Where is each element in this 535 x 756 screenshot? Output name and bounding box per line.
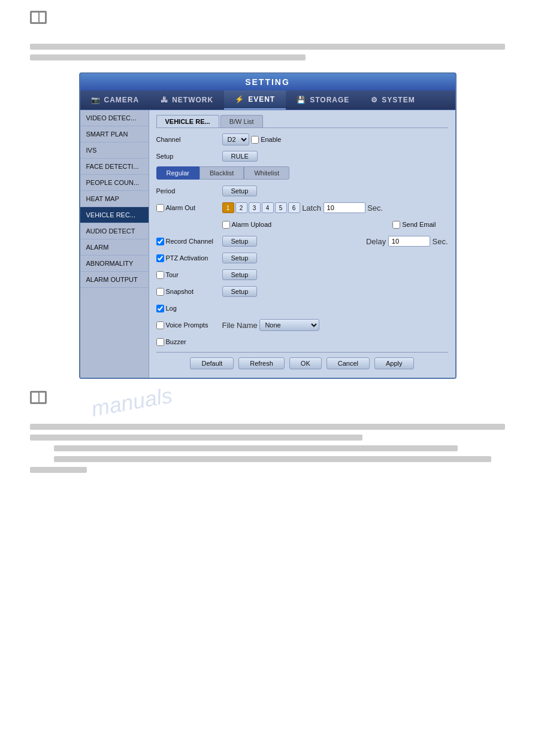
network-icon: 🖧 (161, 96, 168, 104)
tour-checkbox[interactable] (156, 271, 164, 279)
record-channel-row: Record Channel Setup Delay Sec. (156, 235, 448, 248)
apply-button[interactable]: Apply (374, 357, 414, 369)
dialog-title-bar: SETTING (80, 74, 455, 90)
sub-tab-bw-list[interactable]: B/W List (220, 115, 263, 127)
log-label: Log (156, 305, 222, 312)
ptz-row: PTZ Activation Setup (156, 251, 448, 265)
ok-button[interactable]: OK (289, 357, 322, 369)
cancel-button[interactable]: Cancel (327, 357, 370, 369)
log-row: Log (156, 302, 448, 315)
nav-camera[interactable]: 📷 CAMERA (80, 90, 150, 110)
buzzer-checkbox[interactable] (156, 338, 164, 346)
sub-tabs: VEHICLE RE... B/W List (156, 115, 448, 128)
alarm-btn-5[interactable]: 5 (275, 202, 287, 213)
snapshot-label: Snapshot (156, 288, 222, 296)
alarm-btn-4[interactable]: 4 (262, 202, 274, 213)
ptz-activation-checkbox[interactable] (156, 254, 164, 262)
file-name-select[interactable]: None (259, 319, 319, 331)
top-nav: 📷 CAMERA 🖧 NETWORK ⚡ EVENT 💾 STORAGE ⚙ S… (80, 90, 455, 110)
buzzer-label: Buzzer (156, 338, 222, 346)
alarm-btn-2[interactable]: 2 (235, 202, 247, 213)
alarm-upload-checkbox[interactable] (222, 221, 230, 229)
sidebar-item-alarm[interactable]: ALARM (80, 239, 149, 256)
text-line-2 (30, 54, 306, 60)
main-panel: VEHICLE RE... B/W List Channel D2 Enable (149, 110, 455, 378)
bottom-text-line-3 (54, 445, 458, 451)
nav-camera-label: CAMERA (104, 96, 140, 104)
snapshot-checkbox[interactable] (156, 288, 164, 296)
delay-input[interactable] (388, 236, 430, 247)
sidebar-item-heat-map[interactable]: HEAT MAP (80, 191, 149, 207)
voice-prompts-row: Voice Prompts File Name None (156, 318, 448, 332)
ptz-setup-button[interactable]: Setup (222, 253, 258, 263)
settings-dialog: SETTING 📷 CAMERA 🖧 NETWORK ⚡ EVENT 💾 STO… (79, 72, 457, 379)
period-row: Period Setup (156, 184, 448, 198)
sidebar-item-smart-plan[interactable]: SMART PLAN (80, 126, 149, 142)
sidebar-item-abnormality[interactable]: ABNORMALITY (80, 256, 149, 272)
dialog-content: VIDEO DETEC... SMART PLAN IVS FACE DETEC… (80, 110, 455, 378)
bottom-text-line-2 (30, 435, 362, 441)
bottom-book-icon (30, 391, 47, 404)
sidebar-item-ivs[interactable]: IVS (80, 142, 149, 159)
camera-icon: 📷 (91, 96, 101, 104)
delay-label: Delay (366, 237, 386, 246)
setup-label: Setup (156, 153, 222, 160)
top-book-icon (30, 11, 47, 24)
channel-select[interactable]: D2 (222, 133, 249, 145)
sidebar-item-alarm-output[interactable]: ALARM OUTPUT (80, 272, 149, 288)
bottom-text-line-5 (30, 467, 87, 473)
file-name-label: File Name (222, 321, 258, 330)
inner-tab-regular[interactable]: Regular (156, 166, 200, 180)
sidebar-item-video-detec[interactable]: VIDEO DETEC... (80, 110, 149, 126)
inner-tab-blacklist[interactable]: Blacklist (200, 166, 244, 180)
alarm-out-label: Alarm Out (156, 204, 222, 212)
nav-system[interactable]: ⚙ SYSTEM (360, 90, 425, 110)
nav-network[interactable]: 🖧 NETWORK (150, 90, 224, 110)
enable-checkbox[interactable] (251, 136, 259, 144)
refresh-button[interactable]: Refresh (238, 357, 285, 369)
enable-label: Enable (251, 136, 281, 144)
voice-prompts-checkbox[interactable] (156, 321, 164, 329)
alarm-out-checkbox[interactable] (156, 204, 164, 212)
sidebar-item-face-detecti[interactable]: FACE DETECTI... (80, 159, 149, 175)
nav-event[interactable]: ⚡ EVENT (224, 90, 286, 110)
record-channel-checkbox[interactable] (156, 238, 164, 245)
log-checkbox[interactable] (156, 305, 164, 312)
sub-tab-vehicle-re[interactable]: VEHICLE RE... (156, 115, 219, 127)
tour-setup-button[interactable]: Setup (222, 269, 258, 280)
ptz-activation-label: PTZ Activation (156, 254, 222, 262)
alarm-btn-6[interactable]: 6 (288, 202, 300, 213)
sidebar-item-people-coun[interactable]: PEOPLE COUN... (80, 175, 149, 191)
latch-sec-label: Sec. (367, 204, 383, 212)
alarm-btn-1[interactable]: 1 (222, 202, 234, 213)
sidebar-item-audio-detect[interactable]: AUDIO DETECT (80, 223, 149, 239)
default-button[interactable]: Default (190, 357, 234, 369)
period-setup-button[interactable]: Setup (222, 186, 258, 196)
rule-button[interactable]: RULE (222, 151, 258, 162)
nav-network-label: NETWORK (172, 96, 213, 104)
buzzer-row: Buzzer (156, 335, 448, 348)
nav-storage-label: STORAGE (310, 96, 349, 104)
send-email-checkbox[interactable] (392, 221, 400, 229)
snapshot-setup-button[interactable]: Setup (222, 286, 258, 297)
voice-prompts-label: Voice Prompts (156, 321, 222, 329)
alarm-btn-3[interactable]: 3 (249, 202, 261, 213)
nav-system-label: SYSTEM (382, 96, 415, 104)
inner-tab-whitelist[interactable]: Whitelist (244, 166, 289, 180)
text-line-1 (30, 44, 505, 50)
tour-row: Tour Setup (156, 268, 448, 281)
system-icon: ⚙ (371, 96, 378, 104)
nav-storage[interactable]: 💾 STORAGE (286, 90, 360, 110)
event-icon: ⚡ (235, 95, 244, 104)
record-channel-setup-button[interactable]: Setup (222, 236, 258, 247)
dialog-title: SETTING (245, 77, 290, 87)
latch-input[interactable] (324, 202, 365, 213)
nav-event-label: EVENT (248, 95, 275, 104)
dialog-wrapper: SETTING 📷 CAMERA 🖧 NETWORK ⚡ EVENT 💾 STO… (79, 72, 457, 379)
alarm-out-buttons: 1 2 3 4 5 6 (222, 202, 300, 213)
storage-icon: 💾 (297, 96, 306, 104)
bottom-text-block (0, 412, 535, 473)
sidebar-item-vehicle-rec[interactable]: VEHICLE REC... (80, 207, 149, 223)
alarm-upload-row: Alarm Upload Send Email (156, 218, 448, 231)
bottom-buttons: Default Refresh OK Cancel Apply (156, 352, 448, 373)
